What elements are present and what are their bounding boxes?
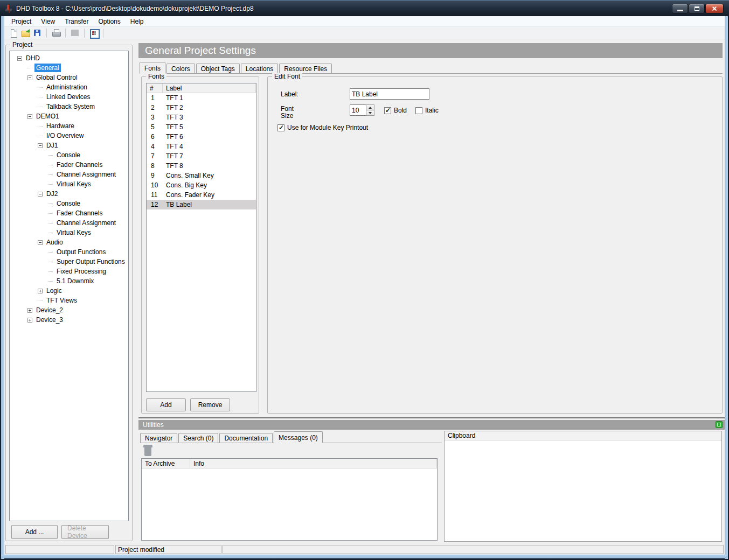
utilities-tab-documentation[interactable]: Documentation [219, 433, 273, 443]
tree-item-channel-assignment[interactable]: Channel Assignment [10, 170, 128, 179]
font-row[interactable]: 6TFT 6 [147, 132, 256, 142]
label-field-caption: Label: [281, 90, 298, 98]
collapse-icon[interactable] [27, 114, 32, 119]
toolbar-button-save[interactable] [31, 27, 43, 38]
tree-item-fixed-processing[interactable]: Fixed Processing [10, 267, 128, 276]
tree-item-dj2[interactable]: DJ2 [10, 189, 128, 199]
tree-item-virtual-keys[interactable]: Virtual Keys [10, 228, 128, 237]
font-row[interactable]: 4TFT 4 [147, 142, 256, 151]
close-button[interactable] [705, 4, 724, 13]
collapse-icon[interactable] [27, 75, 32, 80]
add-device-button[interactable]: Add ... [11, 525, 58, 539]
font-add-button[interactable]: Add [146, 398, 186, 411]
tab-colors[interactable]: Colors [166, 64, 195, 73]
tree-item-dhd[interactable]: DHD [10, 53, 128, 63]
toolbar-button-placeholder[interactable] [69, 27, 81, 38]
tree-item-global-control[interactable]: Global Control [10, 73, 128, 82]
font-row[interactable]: 9Cons. Small Key [147, 171, 256, 180]
tree-item-talkback-system[interactable]: Talkback System [10, 102, 128, 111]
tree-item-label: Logic [45, 286, 64, 295]
utilities-tab-search-0[interactable]: Search (0) [178, 433, 218, 443]
minimize-button[interactable] [672, 4, 688, 13]
tree-item-console[interactable]: Console [10, 199, 128, 208]
utilities-tab-messages-0[interactable]: Messages (0) [274, 431, 323, 443]
messages-table[interactable]: To ArchiveInfo [141, 458, 438, 541]
font-remove-button[interactable]: Remove [190, 398, 230, 411]
tree-item-super-output-functions[interactable]: Super Output Functions [10, 257, 128, 267]
tree-connector [27, 68, 32, 68]
maximize-icon [695, 6, 699, 11]
font-row-label: TB Label [163, 201, 256, 208]
tab-object-tags[interactable]: Object Tags [196, 64, 240, 73]
bold-checkbox[interactable] [384, 107, 391, 114]
tree-item-fader-channels[interactable]: Fader Channels [10, 160, 128, 170]
toolbar-button-new-file[interactable] [8, 27, 19, 38]
tree-item-hardware[interactable]: Hardware [10, 121, 128, 131]
font-row[interactable]: 10Cons. Big Key [147, 180, 256, 190]
font-row[interactable]: 12TB Label [147, 200, 256, 209]
font-row[interactable]: 3TFT 3 [147, 113, 256, 122]
menu-help[interactable]: Help [126, 17, 149, 26]
tree-item-console[interactable]: Console [10, 150, 128, 160]
italic-checkbox[interactable] [415, 107, 422, 114]
menu-transfer[interactable]: Transfer [60, 17, 93, 26]
fonts-list[interactable]: #Label 1TFT 12TFT 23TFT 35TFT 56TFT 64TF… [146, 83, 256, 392]
tab-fonts[interactable]: Fonts [140, 62, 165, 74]
maximize-button[interactable] [689, 4, 705, 13]
toolbar-button-open[interactable] [19, 27, 31, 38]
tree-item-5-1-downmix[interactable]: 5.1 Downmix [10, 276, 128, 286]
label-input[interactable] [350, 88, 429, 100]
menu-options[interactable]: Options [93, 17, 125, 26]
tree-item-channel-assignment[interactable]: Channel Assignment [10, 218, 128, 228]
spin-up-button[interactable] [366, 104, 374, 110]
tree-item-virtual-keys[interactable]: Virtual Keys [10, 179, 128, 189]
archive-icon[interactable] [143, 445, 153, 457]
font-row[interactable]: 2TFT 2 [147, 103, 256, 113]
font-row[interactable]: 1TFT 1 [147, 93, 256, 103]
tree-item-linked-devices[interactable]: Linked Devices [10, 92, 128, 102]
tree-item-device-3[interactable]: Device_3 [10, 315, 128, 325]
expand-icon[interactable] [27, 308, 32, 313]
tree-item-administration[interactable]: Administration [10, 82, 128, 92]
toolbar-button-print[interactable] [50, 27, 62, 38]
tree-item-logic[interactable]: Logic [10, 286, 128, 296]
font-size-input[interactable] [350, 104, 366, 116]
menu-bar: ProjectViewTransferOptionsHelp [4, 16, 725, 27]
collapse-icon[interactable] [38, 143, 43, 148]
font-row[interactable]: 5TFT 5 [147, 122, 256, 132]
utilities-splitter[interactable] [138, 417, 725, 418]
tree-item-dj1[interactable]: DJ1 [10, 141, 128, 150]
module-key-printout-checkbox[interactable] [277, 124, 284, 131]
menu-project[interactable]: Project [6, 17, 36, 26]
font-size-caption: Font Size [281, 106, 299, 118]
font-row[interactable]: 7TFT 7 [147, 151, 256, 161]
tree-item-demo1[interactable]: DEMO1 [10, 111, 128, 121]
tree-item-tft-views[interactable]: TFT Views [10, 296, 128, 305]
tree-item-output-functions[interactable]: Output Functions [10, 247, 128, 257]
project-tree[interactable]: DHDGeneralGlobal ControlAdministrationLi… [9, 51, 129, 521]
collapse-icon[interactable] [38, 192, 43, 197]
tab-locations[interactable]: Locations [241, 64, 278, 73]
spin-down-button[interactable] [366, 110, 374, 116]
tree-item-i-o-overview[interactable]: I/O Overview [10, 131, 128, 141]
tab-resource-files[interactable]: Resource Files [279, 64, 332, 73]
tree-item-label: DHD [24, 54, 41, 62]
utilities-tab-navigator[interactable]: Navigator [140, 433, 177, 443]
tree-connector [48, 252, 53, 253]
tree-item-label: 5.1 Downmix [55, 277, 95, 285]
tree-item-general[interactable]: General [10, 63, 128, 73]
font-row[interactable]: 11Cons. Fader Key [147, 190, 256, 200]
toolbar-button-properties[interactable] [88, 27, 100, 38]
font-row[interactable]: 8TFT 8 [147, 161, 256, 171]
collapse-icon[interactable] [17, 56, 22, 61]
utilities-expand-button[interactable] [716, 421, 723, 428]
tree-item-device-2[interactable]: Device_2 [10, 305, 128, 315]
collapse-icon[interactable] [38, 240, 43, 245]
expand-icon[interactable] [38, 289, 43, 293]
tree-item-fader-channels[interactable]: Fader Channels [10, 208, 128, 218]
delete-device-button[interactable]: Delete Device [61, 525, 109, 539]
tree-item-audio[interactable]: Audio [10, 237, 128, 247]
menu-view[interactable]: View [36, 17, 60, 26]
expand-icon[interactable] [27, 318, 32, 323]
tree-item-label: Device_3 [34, 316, 65, 324]
